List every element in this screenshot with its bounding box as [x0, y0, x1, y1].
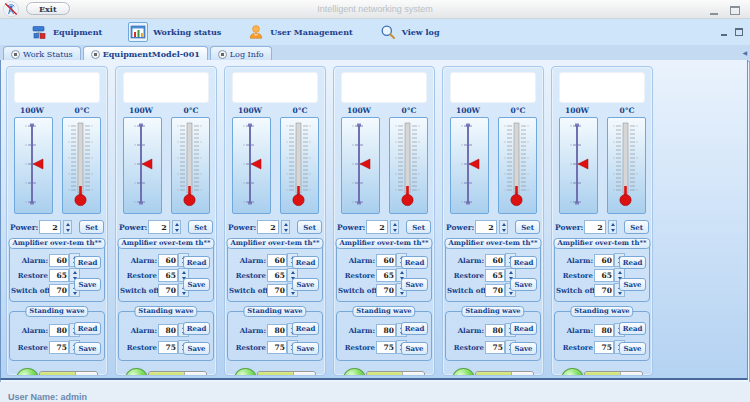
power-toggle[interactable]: On	[584, 371, 643, 377]
switch-off-input[interactable]: 70	[267, 284, 287, 297]
spinner-down-icon[interactable]	[618, 292, 622, 295]
spinner-down-icon[interactable]	[393, 229, 397, 232]
toggle-track[interactable]	[293, 372, 315, 377]
read-button[interactable]: Read	[510, 256, 537, 269]
toolbar-item-view-log[interactable]: View log	[379, 23, 440, 41]
set-button[interactable]: Set	[406, 220, 431, 234]
alarm-input[interactable]: 60	[158, 254, 178, 267]
toggle-on-label[interactable]: On	[585, 372, 621, 377]
power-toggle[interactable]: On	[475, 371, 534, 377]
save-button[interactable]: Save	[74, 278, 101, 291]
save-button[interactable]: Save	[510, 342, 537, 355]
power-input[interactable]: 2	[366, 220, 388, 234]
power-toggle[interactable]: On	[39, 371, 98, 377]
save-button[interactable]: Save	[183, 278, 210, 291]
spinner-up-icon[interactable]	[284, 223, 288, 226]
save-button[interactable]: Save	[292, 342, 319, 355]
tab-log-info[interactable]: Log Info	[210, 46, 272, 61]
mdi-minimize-icon[interactable]	[721, 28, 727, 36]
toggle-track[interactable]	[75, 372, 97, 377]
read-button[interactable]: Read	[183, 322, 210, 335]
toolbar-item-working-status[interactable]: Working status	[128, 22, 221, 42]
restore-input[interactable]: 75	[267, 341, 287, 354]
spinner-down-icon[interactable]	[611, 229, 615, 232]
save-button[interactable]: Save	[619, 342, 646, 355]
read-button[interactable]: Read	[510, 322, 537, 335]
power-spinner[interactable]	[281, 220, 290, 234]
power-toggle[interactable]: On	[148, 371, 207, 377]
spinner-down-icon[interactable]	[502, 229, 506, 232]
power-input[interactable]: 2	[257, 220, 279, 234]
spinner-down-icon[interactable]	[400, 292, 404, 295]
restore-input[interactable]: 65	[376, 269, 396, 282]
set-button[interactable]: Set	[515, 220, 540, 234]
read-button[interactable]: Read	[292, 256, 319, 269]
power-input[interactable]: 2	[39, 220, 61, 234]
switch-off-input[interactable]: 70	[49, 284, 69, 297]
read-button[interactable]: Read	[74, 322, 101, 335]
spinner-down-icon[interactable]	[175, 229, 179, 232]
maximize-icon[interactable]	[730, 6, 740, 15]
save-button[interactable]: Save	[401, 342, 428, 355]
read-button[interactable]: Read	[183, 256, 210, 269]
spinner-down-icon[interactable]	[66, 229, 70, 232]
read-button[interactable]: Read	[619, 256, 646, 269]
power-spinner[interactable]	[390, 220, 399, 234]
read-button[interactable]: Read	[619, 322, 646, 335]
alarm-input[interactable]: 60	[267, 254, 287, 267]
power-spinner[interactable]	[63, 220, 72, 234]
alarm-input[interactable]: 80	[594, 324, 614, 337]
toggle-track[interactable]	[402, 372, 424, 377]
toolbar-item-user-management[interactable]: User Management	[247, 23, 352, 41]
read-button[interactable]: Read	[401, 322, 428, 335]
power-toggle[interactable]: On	[366, 371, 425, 377]
minimize-icon[interactable]	[710, 5, 718, 15]
toggle-track[interactable]	[511, 372, 533, 377]
restore-input[interactable]: 75	[158, 341, 178, 354]
switch-off-input[interactable]: 70	[376, 284, 396, 297]
spinner-up-icon[interactable]	[611, 223, 615, 226]
restore-input[interactable]: 75	[49, 341, 69, 354]
alarm-input[interactable]: 60	[485, 254, 505, 267]
alarm-input[interactable]: 60	[49, 254, 69, 267]
tab-equipment-model-001[interactable]: EquipmentModel-001	[83, 46, 208, 61]
spinner-down-icon[interactable]	[284, 229, 288, 232]
alarm-input[interactable]: 60	[376, 254, 396, 267]
switch-off-input[interactable]: 70	[485, 284, 505, 297]
power-toggle[interactable]: On	[257, 371, 316, 377]
restore-input[interactable]: 65	[158, 269, 178, 282]
spinner-up-icon[interactable]	[66, 223, 70, 226]
spinner-down-icon[interactable]	[291, 292, 295, 295]
power-input[interactable]: 2	[148, 220, 170, 234]
spinner-up-icon[interactable]	[175, 223, 179, 226]
set-button[interactable]: Set	[188, 220, 213, 234]
toggle-on-label[interactable]: On	[149, 372, 185, 377]
tab-work-status[interactable]: Work Status	[3, 46, 81, 61]
spinner-up-icon[interactable]	[393, 223, 397, 226]
save-button[interactable]: Save	[74, 342, 101, 355]
restore-input[interactable]: 65	[267, 269, 287, 282]
set-button[interactable]: Set	[624, 220, 649, 234]
alarm-input[interactable]: 60	[594, 254, 614, 267]
toggle-on-label[interactable]: On	[40, 372, 76, 377]
toggle-on-label[interactable]: On	[476, 372, 512, 377]
power-input[interactable]: 2	[584, 220, 606, 234]
mdi-restore-icon[interactable]	[735, 28, 743, 36]
power-spinner[interactable]	[608, 220, 617, 234]
restore-input[interactable]: 65	[594, 269, 614, 282]
toolbar-item-equipment[interactable]: Equipment	[30, 23, 102, 41]
alarm-input[interactable]: 80	[485, 324, 505, 337]
restore-input[interactable]: 65	[485, 269, 505, 282]
switch-off-input[interactable]: 70	[594, 284, 614, 297]
read-button[interactable]: Read	[401, 256, 428, 269]
spinner-down-icon[interactable]	[73, 292, 77, 295]
tab-scroll-arrow-icon[interactable]: ◀	[742, 49, 747, 56]
save-button[interactable]: Save	[510, 278, 537, 291]
set-button[interactable]: Set	[79, 220, 104, 234]
restore-input[interactable]: 75	[376, 341, 396, 354]
restore-input[interactable]: 65	[49, 269, 69, 282]
toggle-track[interactable]	[620, 372, 642, 377]
power-spinner[interactable]	[172, 220, 181, 234]
toggle-track[interactable]	[184, 372, 206, 377]
set-button[interactable]: Set	[297, 220, 322, 234]
